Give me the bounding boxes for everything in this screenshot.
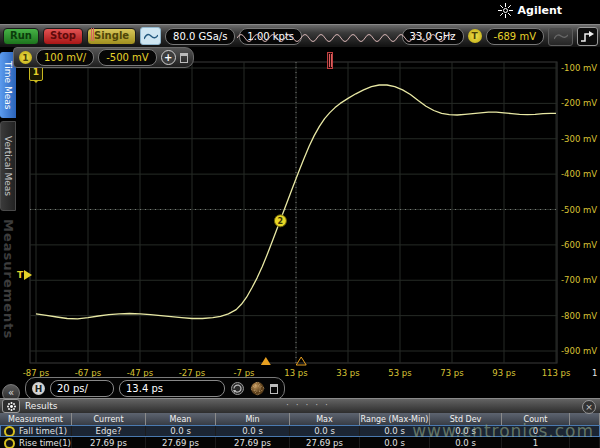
edge-marker-filled[interactable] [261,357,271,365]
measurement-marker-icon [4,426,15,437]
brand-name: Agilent [518,4,562,17]
channel-1-bar: 1 100 mV/ -500 mV + [13,47,194,68]
col-current[interactable]: Current [72,413,146,425]
trigger-marker-label: T [17,270,23,280]
channel-scale-field[interactable]: 100 mV/ [36,49,94,66]
y-tick-label: -400 mV [561,169,597,179]
stop-button[interactable]: Stop [43,28,83,45]
sample-rate-field[interactable]: 80.0 GSa/s [165,28,235,45]
tab-vertical-meas[interactable]: Vertical Meas [0,121,16,211]
run-button[interactable]: Run [3,28,39,45]
channel-1-badge[interactable]: 1 [19,51,32,64]
x-tick-label: 53 ps [388,368,412,378]
agilent-logo: Agilent [498,3,562,18]
col-min[interactable]: Min [216,413,290,425]
row-max: 27.69 ps [290,437,360,448]
col-max[interactable]: Max [290,413,360,425]
rising-edge-icon [580,30,595,43]
y-tick-label: -200 mV [561,98,597,108]
y-tick-label: -800 mV [561,311,597,321]
acquisition-window-marker[interactable] [327,52,333,69]
oscilloscope-screen: Agilent Run Stop Single 80.0 GSa/s 1.00 … [0,0,600,448]
row-current: Edge? [72,425,146,437]
row-min: 0.0 s [216,425,290,437]
x-tick-label: 33 ps [336,368,360,378]
trigger-edge-button[interactable] [577,27,598,46]
col-measurement[interactable]: Measurement [0,413,72,425]
display-settings-button[interactable] [140,27,161,45]
edge-marker-hollow[interactable] [296,357,306,365]
graticule-border [30,62,557,363]
add-channel-button[interactable]: + [161,50,176,65]
x-tick-label: 13 ps [284,368,308,378]
trigger-level-marker[interactable]: T [17,270,37,280]
timebase-field[interactable]: 20 ps/ [50,380,114,397]
measurement-sidebar: Time Meas Vertical Meas Measurements « [0,47,17,400]
col-mean[interactable]: Mean [146,413,216,425]
reset-position-icon[interactable] [230,381,245,396]
trigger-arrow-icon [24,270,37,280]
trigger-mode-button[interactable] [548,27,573,46]
results-settings-button[interactable] [2,399,20,413]
acquisition-position-indicator[interactable] [237,30,455,43]
row-name: Fall time(1) [19,426,67,436]
y-tick-label: -100 mV [561,63,597,73]
horizontal-position-field[interactable]: 13.4 ps [119,380,225,397]
window-icon[interactable] [180,53,188,63]
window-icon[interactable] [270,384,278,394]
close-results-button[interactable]: × [582,400,596,414]
row-max: 0.0 s [290,425,360,437]
horizontal-bar: H 20 ps/ 13.4 ps [25,377,285,400]
sphere-icon[interactable] [250,381,265,396]
x-tick-label: 113 ps [542,368,571,378]
gear-icon [7,402,16,411]
waveform-display-icon [144,32,158,41]
trigger-level-field[interactable]: -689 mV [486,28,544,45]
row-mean: 27.69 ps [146,437,216,448]
grid-number: 1 [592,368,597,378]
horizontal-badge[interactable]: H [32,382,45,395]
row-mean: 0.0 s [146,425,216,437]
site-watermark: www.cntronics.com [412,421,594,441]
drag-handle-icon[interactable]: · · · · · [286,400,330,410]
y-tick-label: -900 mV [561,346,597,356]
acquisition-toolbar: Run Stop Single 80.0 GSa/s 1.00 kpts 33.… [0,24,600,47]
y-tick-label: -600 mV [561,240,597,250]
channel-offset-field[interactable]: -500 mV [98,49,156,66]
agilent-spark-icon [498,3,513,18]
results-title: Results [25,401,58,411]
disabled-waveform-icon [554,32,568,41]
y-tick-label: -300 mV [561,134,597,144]
x-tick-label: 93 ps [492,368,516,378]
y-tick-label: -500 mV [561,205,597,215]
results-titlebar[interactable]: Results · · · · · × [0,398,600,413]
single-button[interactable]: Single [87,28,136,45]
x-tick-label: 73 ps [440,368,464,378]
row-current: 27.69 ps [72,437,146,448]
row-name: Rise time(1) [19,438,71,448]
channel-tag-label: 1 [33,67,39,77]
trigger-badge[interactable]: T [468,29,482,43]
y-tick-label: -700 mV [561,275,597,285]
measurement-marker-icon [4,438,15,448]
row-min: 27.69 ps [216,437,290,448]
point-marker-label: 2 [278,217,284,226]
